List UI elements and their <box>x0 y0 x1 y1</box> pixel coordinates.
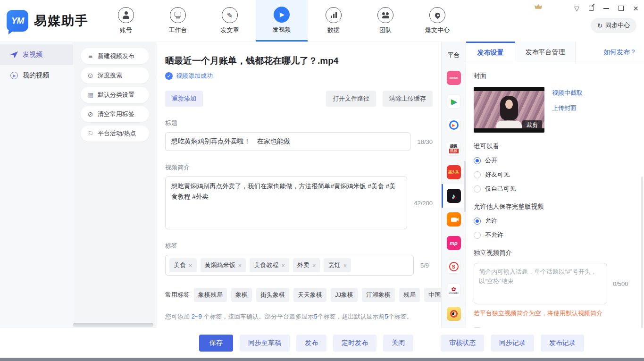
common-tag-chip[interactable]: 象棋 <box>231 288 252 302</box>
nav-label: 数据 <box>327 26 340 34</box>
independent-desc-counter: 0/500 <box>613 280 628 287</box>
tag-remove-icon[interactable]: × <box>189 262 192 269</box>
tag-label: 美食教程 <box>254 261 278 269</box>
platform-sohu-video[interactable]: 搜狐视频 <box>442 137 466 160</box>
publish-button[interactable]: 发布 <box>296 335 326 352</box>
default-category-settings-button[interactable]: ▦ 默认分类设置 <box>81 87 149 103</box>
tag-remove-icon[interactable]: × <box>238 262 242 269</box>
new-video-publish-button[interactable]: ≡ 新建视频发布 <box>81 48 149 64</box>
close-icon[interactable]: × <box>633 4 638 13</box>
platform-kuaishou[interactable] <box>442 208 466 231</box>
popout-icon[interactable] <box>589 6 594 11</box>
review-status-button[interactable]: 审核状态 <box>441 335 484 352</box>
minimize-icon[interactable] <box>603 8 609 9</box>
sync-to-draft-button[interactable]: 同步至草稿 <box>240 335 290 352</box>
status-row: ✓ 视频添加成功 <box>165 72 433 80</box>
tag-chip[interactable]: 烹饪× <box>324 258 351 272</box>
sidebar-label: 我的视频 <box>23 71 49 80</box>
allow-save-option-deny[interactable]: 不允许 <box>474 231 636 239</box>
nav-item-hot-center[interactable]: 爆文中心 <box>411 0 463 42</box>
publish-settings-content: 封面 裁剪 视频中截取 上传封面 谁可以看 <box>466 63 644 328</box>
upload-cover-link[interactable]: 上传封面 <box>552 104 583 112</box>
checkbox-icon[interactable] <box>474 327 481 328</box>
nav-item-data[interactable]: 数据 <box>308 0 360 42</box>
visibility-option-public[interactable]: 公开 <box>474 156 636 165</box>
desc-counter: 42/200 <box>414 200 433 207</box>
video-actions-row: 重新添加 打开文件路径 清除上传缓存 <box>165 91 433 107</box>
tag-chip[interactable]: 美食× <box>169 258 197 272</box>
platform-activity-button[interactable]: ⚐ 平台活动/热点 <box>81 126 149 142</box>
tag-chip[interactable]: 黄焖鸡米饭× <box>201 258 246 272</box>
workbench-monitor-icon <box>170 7 186 23</box>
platform-weibo[interactable] <box>442 302 466 326</box>
paper-plane-icon <box>10 51 18 58</box>
save-button[interactable]: 保存 <box>199 335 233 352</box>
common-tag-chip[interactable]: 天天象棋 <box>293 288 326 302</box>
platform-douyin[interactable]: ♪ <box>442 184 466 208</box>
common-tag-chip[interactable]: 江湖象棋 <box>362 288 395 302</box>
title-input[interactable] <box>165 132 410 151</box>
how-to-publish-link[interactable]: 如何发布？ <box>603 48 644 57</box>
common-tag-chip[interactable]: JJ象棋 <box>331 288 358 302</box>
close-button[interactable]: 关闭 <box>383 335 413 352</box>
visibility-option-private[interactable]: 仅自己可见 <box>474 185 636 193</box>
radio-label: 仅自己可见 <box>485 185 516 193</box>
right-panel-scrollbar[interactable] <box>641 176 643 328</box>
re-add-button[interactable]: 重新添加 <box>165 91 203 107</box>
independent-desc-textarea[interactable] <box>474 263 607 304</box>
platform-meipai[interactable]: mp <box>442 231 466 255</box>
tag-remove-icon[interactable]: × <box>281 262 285 269</box>
maximize-icon[interactable] <box>619 6 624 11</box>
nav-item-workbench[interactable]: 工作台 <box>152 0 204 42</box>
nav-item-publish-video[interactable]: ▶ 发视频 <box>256 0 308 42</box>
platform-bilibili[interactable]: bilibili <box>442 66 466 90</box>
common-tag-chip[interactable]: 街头象棋 <box>256 288 289 302</box>
open-file-path-button[interactable]: 打开文件路径 <box>326 91 376 107</box>
platform-toutiao[interactable]: 惠头条 <box>442 160 466 184</box>
toutiao-icon: 惠头条 <box>447 165 461 179</box>
nav-item-account[interactable]: 账号 <box>100 0 152 42</box>
common-tag-chip[interactable]: 残局 <box>399 288 420 302</box>
common-tag-chip[interactable]: 象棋残局 <box>194 288 227 302</box>
nav-item-team[interactable]: 团队 <box>360 0 411 42</box>
visibility-option-friends[interactable]: 好友可见 <box>474 170 636 179</box>
sync-toutiao-checkbox-row[interactable]: 同步到今日头条和西瓜视频（横屏视频才会同步到西瓜视频） <box>474 327 636 328</box>
dropdown-arrow-icon[interactable]: ▽ <box>574 5 579 12</box>
sidebar-item-my-videos[interactable]: ▶ 我的视频 <box>0 65 73 86</box>
chart-icon <box>326 7 342 23</box>
sync-center-button[interactable]: ↻ 同步中心 <box>591 18 636 33</box>
clear-common-tags-button[interactable]: ⊘ 清空常用标签 <box>81 106 149 122</box>
visibility-label: 谁可以看 <box>474 142 636 151</box>
meipai-icon: mp <box>447 236 461 250</box>
crop-badge[interactable]: 裁剪 <box>522 120 542 130</box>
main-panel: 晒最近一个月账单，钱都花在哪儿了？.mp4 ✓ 视频添加成功 重新添加 打开文件… <box>157 42 441 328</box>
scheduled-publish-button[interactable]: 定时发布 <box>333 335 376 352</box>
tag-chip[interactable]: 外卖× <box>293 258 320 272</box>
cover-thumbnail[interactable]: 裁剪 <box>474 87 544 133</box>
horizontal-scrollbar[interactable] <box>73 323 153 327</box>
tag-remove-icon[interactable]: × <box>343 262 347 269</box>
sync-log-button[interactable]: 同步记录 <box>491 335 534 352</box>
tab-publish-settings[interactable]: 发布设置 <box>466 42 515 63</box>
desc-textarea[interactable]: 想吃黄焖鸡别再点外卖了，我们在家也能做，方法很简单#黄焖鸡米饭 #美食 #美食教… <box>165 176 407 229</box>
platform-haokan[interactable]: ▶ <box>442 113 466 137</box>
haokan-icon: ▶ <box>447 118 461 132</box>
sidebar-item-publish-video[interactable]: 发视频 <box>0 44 73 65</box>
platform-huawei[interactable]: ✿HUAWEI <box>442 278 466 302</box>
tag-chip[interactable]: 美食教程× <box>250 258 289 272</box>
platform-tencent-video[interactable]: ▶ <box>442 90 466 113</box>
nav-item-publish-article[interactable]: ✎ 发文章 <box>204 0 256 42</box>
tags-input[interactable]: 美食× 黄焖鸡米饭× 美食教程× 外卖× 烹饪× <box>165 255 414 276</box>
publish-log-button[interactable]: 发布记录 <box>541 335 584 352</box>
platform-scrollbar[interactable] <box>464 161 466 212</box>
deep-search-button[interactable]: ⊙ 深度搜索 <box>81 67 149 84</box>
allow-save-option-allow[interactable]: 允许 <box>474 217 636 225</box>
platform-sogou[interactable]: S <box>442 255 466 278</box>
clear-upload-cache-button[interactable]: 清除上传缓存 <box>383 91 433 107</box>
huawei-icon: ✿HUAWEI <box>447 283 461 297</box>
tab-platform-management[interactable]: 发布平台管理 <box>515 42 576 63</box>
tag-remove-icon[interactable]: × <box>312 262 316 269</box>
capture-from-video-link[interactable]: 视频中截取 <box>552 89 583 97</box>
desc-field-row: 想吃黄焖鸡别再点外卖了，我们在家也能做，方法很简单#黄焖鸡米饭 #美食 #美食教… <box>165 176 433 229</box>
body: 发视频 ▶ 我的视频 ≡ 新建视频发布 ⊙ 深度搜索 ▦ 默认分类设置 ⊘ <box>0 42 644 328</box>
